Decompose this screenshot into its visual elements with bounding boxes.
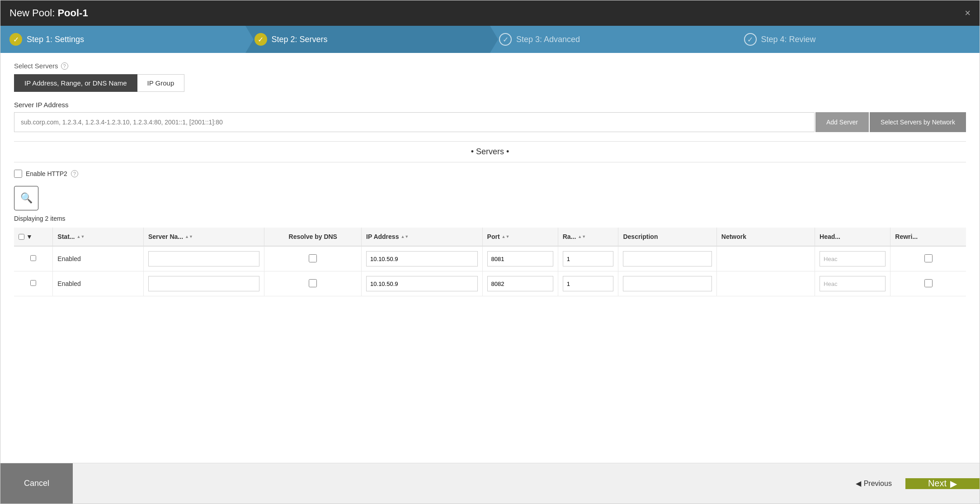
sort-ratio-icon[interactable]: ▲▼: [578, 235, 586, 239]
step-2-label: Step 2: Servers: [272, 35, 328, 44]
row2-ratio-input[interactable]: 1: [563, 276, 614, 291]
row1-ip-input[interactable]: 10.10.50.9: [366, 251, 477, 266]
sort-port-icon[interactable]: ▲▼: [502, 235, 510, 239]
footer: Cancel ◀ Previous Next ▶: [0, 463, 980, 504]
select-all-checkbox[interactable]: [19, 234, 24, 240]
row2-status-cell: Enabled: [53, 271, 144, 296]
step-1-arrow: [245, 26, 254, 53]
row1-port-input[interactable]: 8081: [487, 251, 553, 266]
step-1-icon: ✓: [9, 33, 22, 46]
th-port: Port ▲▼: [482, 228, 558, 246]
row2-dns-checkbox[interactable]: [309, 279, 317, 287]
select-servers-label: Select Servers ?: [14, 62, 966, 70]
http2-help-icon[interactable]: ?: [71, 170, 78, 177]
step-3-label: Step 3: Advanced: [516, 35, 580, 44]
step-1[interactable]: ✓ Step 1: Settings: [0, 26, 245, 53]
select-servers-help-icon[interactable]: ?: [61, 62, 68, 70]
tab-ip-group[interactable]: IP Group: [137, 74, 185, 92]
step-4-icon: ✓: [744, 33, 757, 46]
add-server-button[interactable]: Add Server: [815, 112, 869, 132]
row2-port-cell: 8082: [482, 271, 558, 296]
row2-ratio-cell: 1: [558, 271, 618, 296]
row2-select-cell: [14, 271, 53, 296]
th-description: Description: [618, 228, 716, 246]
servers-section-title: • Servers •: [14, 141, 966, 162]
enable-http2-row: Enable HTTP2 ?: [14, 170, 966, 178]
step-3-icon: ✓: [499, 33, 512, 46]
next-button[interactable]: Next ▶: [905, 478, 980, 489]
prev-arrow-icon: ◀: [856, 479, 861, 488]
search-button[interactable]: 🔍: [14, 186, 38, 210]
sort-servername-icon[interactable]: ▲▼: [185, 235, 193, 239]
row2-port-input[interactable]: 8082: [487, 276, 553, 291]
row2-dns-cell: [264, 271, 362, 296]
th-dropdown-icon[interactable]: ▼: [26, 233, 33, 240]
row2-status: Enabled: [57, 280, 80, 287]
table-header: ▼ Stat... ▲▼ Server Na...: [14, 228, 966, 246]
row1-head-cell: Heac: [815, 246, 890, 271]
step-2[interactable]: ✓ Step 2: Servers: [245, 26, 490, 53]
previous-button[interactable]: ◀ Previous: [842, 479, 905, 488]
th-status: Stat... ▲▼: [53, 228, 144, 246]
server-type-tabs: IP Address, Range, or DNS Name IP Group: [14, 74, 966, 92]
step-4[interactable]: ✓ Step 4: Review: [735, 26, 980, 53]
select-servers-by-network-button[interactable]: Select Servers by Network: [870, 112, 966, 132]
row2-servername-cell: [143, 271, 264, 296]
step-1-label: Step 1: Settings: [27, 35, 84, 44]
ip-input-row: Add Server Select Servers by Network: [14, 112, 966, 132]
step-3[interactable]: ✓ Step 3: Advanced: [490, 26, 735, 53]
step-bar: ✓ Step 1: Settings ✓ Step 2: Servers ✓ S…: [0, 26, 980, 53]
row1-status: Enabled: [57, 255, 80, 262]
sort-ip-icon[interactable]: ▲▼: [400, 235, 409, 239]
th-dns: Resolve by DNS: [264, 228, 362, 246]
row1-ratio-input[interactable]: 1: [563, 251, 614, 266]
step-3-arrow: [735, 26, 743, 53]
th-ip: IP Address ▲▼: [362, 228, 482, 246]
th-network: Network: [716, 228, 815, 246]
table-row: Enabled 10.10.50.9 8082: [14, 271, 966, 296]
row1-rewrite-cell: [890, 246, 966, 271]
row2-ip-cell: 10.10.50.9: [362, 271, 482, 296]
modal-container: New Pool: Pool-1 × ✓ Step 1: Settings ✓ …: [0, 0, 980, 504]
table-body: Enabled 10.10.50.9 8081: [14, 246, 966, 296]
row1-status-cell: Enabled: [53, 246, 144, 271]
row1-desc-cell: [618, 246, 716, 271]
row1-dns-checkbox[interactable]: [309, 254, 317, 262]
row1-desc-input[interactable]: [623, 251, 711, 266]
cancel-button[interactable]: Cancel: [0, 463, 73, 504]
row2-ip-input[interactable]: 10.10.50.9: [366, 276, 477, 291]
step-2-icon: ✓: [254, 33, 267, 46]
enable-http2-label: Enable HTTP2: [26, 170, 67, 177]
row1-rewrite-checkbox[interactable]: [924, 254, 933, 262]
enable-http2-checkbox[interactable]: [14, 170, 22, 178]
row1-network-cell: [716, 246, 815, 271]
sort-status-icon[interactable]: ▲▼: [76, 235, 85, 239]
th-select-all: ▼: [14, 228, 53, 246]
row2-network-cell: [716, 271, 815, 296]
tab-ip-address[interactable]: IP Address, Range, or DNS Name: [14, 74, 137, 92]
servers-table-wrapper: ▼ Stat... ▲▼ Server Na...: [14, 228, 966, 296]
row2-desc-input[interactable]: [623, 276, 711, 291]
row1-servername-input[interactable]: [148, 251, 259, 266]
row1-checkbox[interactable]: [30, 255, 36, 261]
close-button[interactable]: ×: [965, 7, 971, 19]
row2-desc-cell: [618, 271, 716, 296]
table-row: Enabled 10.10.50.9 8081: [14, 246, 966, 271]
th-head: Head...: [815, 228, 890, 246]
th-servername: Server Na... ▲▼: [143, 228, 264, 246]
next-arrow-icon: ▶: [950, 478, 957, 489]
displaying-count: Displaying 2 items: [14, 215, 966, 222]
server-ip-input[interactable]: [14, 112, 815, 132]
step-4-label: Step 4: Review: [761, 35, 816, 44]
modal-title: New Pool: Pool-1: [9, 7, 88, 19]
row1-ip-cell: 10.10.50.9: [362, 246, 482, 271]
row2-rewrite-checkbox[interactable]: [924, 279, 933, 287]
content-area: Select Servers ? IP Address, Range, or D…: [0, 53, 980, 463]
row1-servername-cell: [143, 246, 264, 271]
row2-head-input[interactable]: Heac: [820, 276, 886, 291]
row1-head-input[interactable]: Heac: [820, 251, 886, 266]
servers-table: ▼ Stat... ▲▼ Server Na...: [14, 228, 966, 296]
row1-ratio-cell: 1: [558, 246, 618, 271]
row2-checkbox[interactable]: [30, 280, 36, 286]
row2-servername-input[interactable]: [148, 276, 259, 291]
